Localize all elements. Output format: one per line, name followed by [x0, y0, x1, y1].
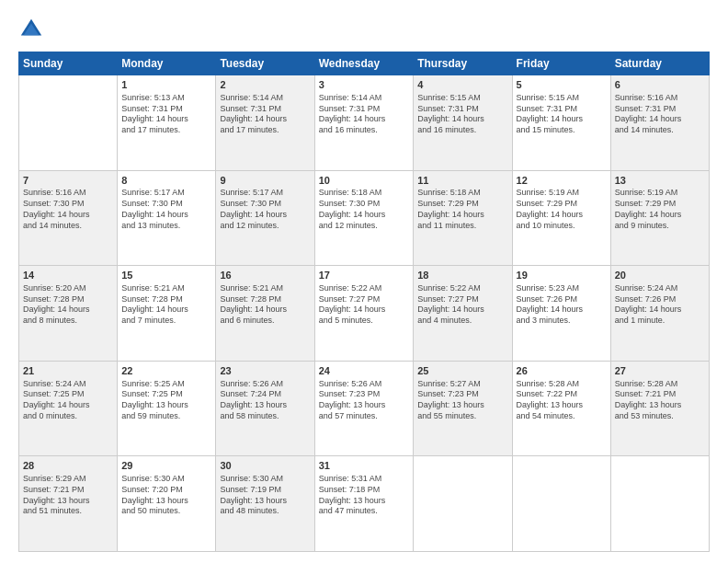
calendar-cell: 30Sunrise: 5:30 AM Sunset: 7:19 PM Dayli…	[216, 456, 314, 552]
calendar-cell: 24Sunrise: 5:26 AM Sunset: 7:23 PM Dayli…	[314, 361, 414, 456]
calendar-cell: 29Sunrise: 5:30 AM Sunset: 7:20 PM Dayli…	[118, 456, 216, 552]
logo-icon	[18, 17, 44, 42]
cell-content: Sunrise: 5:24 AM Sunset: 7:25 PM Dayligh…	[23, 379, 113, 422]
calendar-cell: 18Sunrise: 5:22 AM Sunset: 7:27 PM Dayli…	[414, 266, 512, 362]
cell-content: Sunrise: 5:19 AM Sunset: 7:29 PM Dayligh…	[517, 188, 607, 231]
calendar-cell	[610, 456, 709, 552]
cell-content: Sunrise: 5:28 AM Sunset: 7:22 PM Dayligh…	[517, 379, 607, 422]
calendar-cell: 21Sunrise: 5:24 AM Sunset: 7:25 PM Dayli…	[19, 361, 118, 456]
calendar-cell: 5Sunrise: 5:15 AM Sunset: 7:31 PM Daylig…	[512, 75, 610, 171]
cell-content: Sunrise: 5:16 AM Sunset: 7:31 PM Dayligh…	[615, 93, 705, 136]
calendar-cell: 14Sunrise: 5:20 AM Sunset: 7:28 PM Dayli…	[19, 266, 118, 362]
cell-content: Sunrise: 5:14 AM Sunset: 7:31 PM Dayligh…	[319, 93, 410, 136]
cell-content: Sunrise: 5:21 AM Sunset: 7:28 PM Dayligh…	[220, 283, 310, 327]
calendar-cell: 8Sunrise: 5:17 AM Sunset: 7:30 PM Daylig…	[118, 170, 216, 266]
calendar-cell: 16Sunrise: 5:21 AM Sunset: 7:28 PM Dayli…	[216, 266, 314, 362]
day-number: 14	[23, 269, 113, 282]
day-number: 2	[220, 78, 310, 92]
day-number: 18	[417, 269, 507, 282]
day-number: 27	[615, 364, 705, 378]
week-row-1: 1Sunrise: 5:13 AM Sunset: 7:31 PM Daylig…	[19, 75, 710, 171]
day-number: 19	[517, 269, 607, 282]
calendar-cell: 17Sunrise: 5:22 AM Sunset: 7:27 PM Dayli…	[314, 266, 414, 362]
week-row-4: 21Sunrise: 5:24 AM Sunset: 7:25 PM Dayli…	[19, 361, 710, 456]
calendar-cell: 10Sunrise: 5:18 AM Sunset: 7:30 PM Dayli…	[314, 170, 414, 266]
calendar-cell: 7Sunrise: 5:16 AM Sunset: 7:30 PM Daylig…	[19, 170, 118, 266]
cell-content: Sunrise: 5:27 AM Sunset: 7:23 PM Dayligh…	[417, 379, 507, 422]
header-cell-friday: Friday	[512, 52, 610, 75]
header	[18, 17, 710, 42]
cell-content: Sunrise: 5:21 AM Sunset: 7:28 PM Dayligh…	[121, 283, 211, 327]
calendar-cell	[19, 75, 118, 171]
logo	[18, 17, 48, 42]
calendar-cell	[512, 456, 610, 552]
day-number: 8	[121, 174, 211, 188]
cell-content: Sunrise: 5:29 AM Sunset: 7:21 PM Dayligh…	[23, 474, 113, 517]
cell-content: Sunrise: 5:17 AM Sunset: 7:30 PM Dayligh…	[220, 188, 310, 231]
header-cell-tuesday: Tuesday	[216, 52, 314, 75]
week-row-5: 28Sunrise: 5:29 AM Sunset: 7:21 PM Dayli…	[19, 456, 710, 552]
calendar-cell: 26Sunrise: 5:28 AM Sunset: 7:22 PM Dayli…	[512, 361, 610, 456]
cell-content: Sunrise: 5:23 AM Sunset: 7:26 PM Dayligh…	[517, 283, 607, 327]
day-number: 28	[23, 459, 113, 473]
day-number: 6	[615, 78, 705, 92]
day-number: 17	[319, 269, 410, 282]
cell-content: Sunrise: 5:25 AM Sunset: 7:25 PM Dayligh…	[121, 379, 211, 422]
day-number: 26	[517, 364, 607, 378]
page: SundayMondayTuesdayWednesdayThursdayFrid…	[0, 0, 728, 563]
cell-content: Sunrise: 5:30 AM Sunset: 7:19 PM Dayligh…	[220, 474, 310, 517]
calendar-cell: 2Sunrise: 5:14 AM Sunset: 7:31 PM Daylig…	[216, 75, 314, 171]
day-number: 1	[121, 78, 211, 92]
day-number: 30	[220, 459, 310, 473]
calendar-cell: 19Sunrise: 5:23 AM Sunset: 7:26 PM Dayli…	[512, 266, 610, 362]
day-number: 5	[517, 78, 607, 92]
cell-content: Sunrise: 5:18 AM Sunset: 7:29 PM Dayligh…	[417, 188, 507, 231]
day-number: 11	[417, 174, 507, 188]
day-number: 20	[615, 269, 705, 282]
cell-content: Sunrise: 5:13 AM Sunset: 7:31 PM Dayligh…	[121, 93, 211, 136]
cell-content: Sunrise: 5:14 AM Sunset: 7:31 PM Dayligh…	[220, 93, 310, 136]
cell-content: Sunrise: 5:18 AM Sunset: 7:30 PM Dayligh…	[319, 188, 410, 231]
day-number: 7	[23, 174, 113, 188]
day-number: 21	[23, 364, 113, 378]
header-cell-monday: Monday	[118, 52, 216, 75]
day-number: 15	[121, 269, 211, 282]
calendar-cell: 31Sunrise: 5:31 AM Sunset: 7:18 PM Dayli…	[314, 456, 414, 552]
week-row-3: 14Sunrise: 5:20 AM Sunset: 7:28 PM Dayli…	[19, 266, 710, 362]
day-number: 22	[121, 364, 211, 378]
cell-content: Sunrise: 5:22 AM Sunset: 7:27 PM Dayligh…	[319, 283, 410, 327]
cell-content: Sunrise: 5:15 AM Sunset: 7:31 PM Dayligh…	[417, 93, 507, 136]
calendar-cell: 22Sunrise: 5:25 AM Sunset: 7:25 PM Dayli…	[118, 361, 216, 456]
header-cell-saturday: Saturday	[610, 52, 709, 75]
calendar-cell: 4Sunrise: 5:15 AM Sunset: 7:31 PM Daylig…	[414, 75, 512, 171]
day-number: 10	[319, 174, 410, 188]
day-number: 4	[417, 78, 507, 92]
calendar-body: 1Sunrise: 5:13 AM Sunset: 7:31 PM Daylig…	[19, 75, 710, 552]
cell-content: Sunrise: 5:26 AM Sunset: 7:23 PM Dayligh…	[319, 379, 410, 422]
calendar-cell: 13Sunrise: 5:19 AM Sunset: 7:29 PM Dayli…	[610, 170, 709, 266]
calendar-header: SundayMondayTuesdayWednesdayThursdayFrid…	[19, 52, 710, 75]
calendar-cell: 12Sunrise: 5:19 AM Sunset: 7:29 PM Dayli…	[512, 170, 610, 266]
day-number: 23	[220, 364, 310, 378]
day-number: 25	[417, 364, 507, 378]
day-number: 3	[319, 78, 410, 92]
cell-content: Sunrise: 5:26 AM Sunset: 7:24 PM Dayligh…	[220, 379, 310, 422]
calendar-cell: 6Sunrise: 5:16 AM Sunset: 7:31 PM Daylig…	[610, 75, 709, 171]
header-cell-sunday: Sunday	[19, 52, 118, 75]
cell-content: Sunrise: 5:24 AM Sunset: 7:26 PM Dayligh…	[615, 283, 705, 327]
day-number: 13	[615, 174, 705, 188]
calendar-cell: 1Sunrise: 5:13 AM Sunset: 7:31 PM Daylig…	[118, 75, 216, 171]
header-row: SundayMondayTuesdayWednesdayThursdayFrid…	[19, 52, 710, 75]
cell-content: Sunrise: 5:20 AM Sunset: 7:28 PM Dayligh…	[23, 283, 113, 327]
header-cell-wednesday: Wednesday	[314, 52, 414, 75]
header-cell-thursday: Thursday	[414, 52, 512, 75]
cell-content: Sunrise: 5:19 AM Sunset: 7:29 PM Dayligh…	[615, 188, 705, 231]
calendar-table: SundayMondayTuesdayWednesdayThursdayFrid…	[18, 52, 710, 552]
cell-content: Sunrise: 5:16 AM Sunset: 7:30 PM Dayligh…	[23, 188, 113, 231]
day-number: 9	[220, 174, 310, 188]
week-row-2: 7Sunrise: 5:16 AM Sunset: 7:30 PM Daylig…	[19, 170, 710, 266]
cell-content: Sunrise: 5:30 AM Sunset: 7:20 PM Dayligh…	[121, 474, 211, 517]
cell-content: Sunrise: 5:17 AM Sunset: 7:30 PM Dayligh…	[121, 188, 211, 231]
calendar-cell: 3Sunrise: 5:14 AM Sunset: 7:31 PM Daylig…	[314, 75, 414, 171]
cell-content: Sunrise: 5:15 AM Sunset: 7:31 PM Dayligh…	[517, 93, 607, 136]
